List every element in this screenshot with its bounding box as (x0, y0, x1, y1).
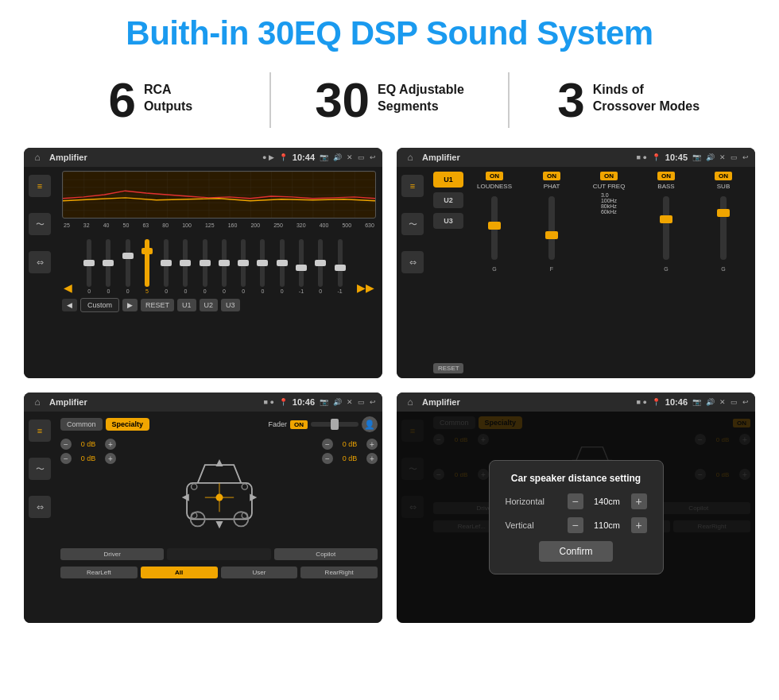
back-icon-4[interactable]: ↩ (742, 398, 749, 406)
stat-number-3: 3 (557, 75, 584, 125)
speaker-bottom-row: Driver Copilot (60, 548, 378, 560)
db-minus-1[interactable]: − (60, 439, 72, 450)
screens-grid: ⌂ Amplifier ● ▶ 📍 10:44 📷 🔊 ✕ ▭ ↩ ≡ 〜 ⇔ (0, 144, 779, 631)
back-icon-1[interactable]: ↩ (370, 153, 376, 161)
rear-left-btn[interactable]: RearLeft (60, 567, 138, 578)
channel-bass: ON BASS G (639, 172, 693, 373)
eq-side-controls: ≡ 〜 ⇔ (24, 167, 56, 378)
bass-slider[interactable] (663, 196, 669, 260)
preset-u2[interactable]: U2 (433, 192, 463, 208)
eq-reset-btn[interactable]: RESET (141, 299, 174, 311)
eq-side-btn-3[interactable]: ⇔ (29, 251, 51, 273)
freq-630: 630 (365, 222, 374, 228)
speaker-side-btn-1[interactable]: ≡ (29, 420, 51, 442)
eq-u3-btn[interactable]: U3 (221, 299, 240, 311)
db-minus-2[interactable]: − (60, 453, 72, 464)
eq-side-btn-1[interactable]: ≡ (29, 175, 51, 197)
eq-slider-8[interactable]: 0 (222, 239, 227, 294)
car-diagram (122, 439, 316, 542)
db-plus-2[interactable]: + (105, 453, 116, 464)
location-icon-2: 📍 (652, 153, 661, 161)
eq-slider-13[interactable]: 0 (318, 239, 323, 294)
back-icon-2[interactable]: ↩ (742, 153, 749, 161)
status-title-1: Amplifier (49, 153, 258, 162)
db-minus-4[interactable]: − (322, 453, 333, 464)
volume-icon-2: 🔊 (706, 153, 715, 161)
phat-on: ON (543, 172, 560, 180)
prev-icon[interactable]: ◀ (64, 281, 72, 294)
eq-slider-6[interactable]: 0 (183, 239, 188, 294)
eq-slider-1[interactable]: 0 (87, 239, 91, 294)
horizontal-minus[interactable]: − (568, 493, 583, 509)
svg-marker-13 (181, 494, 188, 501)
freq-25: 25 (64, 222, 70, 228)
eq-prev-btn[interactable]: ◀ (62, 299, 77, 311)
home-icon-3[interactable]: ⌂ (30, 395, 45, 409)
home-icon-1[interactable]: ⌂ (30, 150, 45, 164)
phat-slider[interactable] (548, 196, 555, 260)
db-minus-3[interactable]: − (322, 439, 333, 450)
db-plus-4[interactable]: + (366, 453, 378, 464)
back-icon-3[interactable]: ↩ (370, 398, 376, 406)
speaker-side-btn-3[interactable]: ⇔ (29, 496, 51, 518)
horizontal-plus[interactable]: + (631, 493, 647, 509)
eq-slider-14[interactable]: -1 (338, 239, 343, 294)
home-icon-2[interactable]: ⌂ (403, 150, 417, 164)
screen-speaker: ⌂ Amplifier ■ ● 📍 10:46 📷 🔊 ✕ ▭ ↩ ≡ 〜 ⇔ … (24, 393, 382, 623)
eq-slider-7[interactable]: 0 (203, 239, 207, 294)
db-ctrl-4: − 0 dB + (322, 453, 378, 464)
cross-side-btn-1[interactable]: ≡ (401, 175, 424, 197)
battery-icon-1: ▭ (358, 153, 365, 161)
status-bar-3: ⌂ Amplifier ■ ● 📍 10:46 📷 🔊 ✕ ▭ ↩ (24, 393, 382, 412)
db-plus-3[interactable]: + (366, 439, 378, 450)
home-icon-4[interactable]: ⌂ (403, 395, 417, 409)
vertical-minus[interactable]: − (568, 517, 583, 533)
specialty-tab[interactable]: Specialty (106, 418, 150, 431)
loudness-slider[interactable] (491, 196, 498, 260)
channel-phat: ON PHAT F (525, 172, 579, 373)
fader-slider[interactable] (311, 422, 358, 427)
user-btn[interactable]: User (221, 567, 298, 578)
eq-bottom-controls: ◀ Custom ▶ RESET U1 U2 U3 (62, 298, 376, 312)
cross-presets: U1 U2 U3 RESET (433, 172, 463, 373)
bass-value: G (664, 266, 668, 272)
eq-slider-9[interactable]: 0 (241, 239, 246, 294)
db-ctrl-3: − 0 dB + (322, 439, 378, 450)
confirm-button[interactable]: Confirm (539, 541, 612, 562)
vertical-plus[interactable]: + (631, 517, 647, 533)
eq-slider-5[interactable]: 0 (164, 239, 169, 294)
eq-slider-2[interactable]: 0 (106, 239, 110, 294)
eq-u1-btn[interactable]: U1 (177, 299, 196, 311)
cross-side-btn-2[interactable]: 〜 (401, 213, 424, 235)
stat-line2-rca: Outputs (144, 99, 192, 115)
driver-btn[interactable]: Driver (60, 548, 164, 560)
speaker-side-btn-2[interactable]: 〜 (29, 458, 51, 480)
all-btn[interactable]: All (141, 567, 218, 578)
channel-loudness: ON LOUDNESS G (467, 172, 521, 373)
rear-right-btn[interactable]: RearRight (300, 567, 378, 578)
speaker-content: ≡ 〜 ⇔ Common Specialty Fader ON 👤 (24, 412, 382, 623)
preset-u3[interactable]: U3 (433, 213, 463, 229)
horizontal-label: Horizontal (506, 497, 561, 506)
cross-reset-btn[interactable]: RESET (433, 363, 463, 373)
status-dot-4: ■ ● (636, 398, 646, 406)
eq-slider-3[interactable]: 0 (126, 239, 130, 294)
eq-freq-labels: 25 32 40 50 63 80 100 125 160 200 250 32… (62, 222, 376, 228)
horizontal-value: 140cm (590, 497, 625, 506)
eq-play-btn[interactable]: ▶ (122, 299, 138, 311)
sub-slider[interactable] (720, 196, 727, 260)
next-icon[interactable]: ▶▶ (357, 281, 374, 294)
cross-side-btn-3[interactable]: ⇔ (401, 251, 424, 273)
db-plus-1[interactable]: + (105, 439, 116, 450)
svg-marker-11 (215, 459, 223, 466)
eq-side-btn-2[interactable]: 〜 (29, 213, 51, 235)
copilot-btn[interactable]: Copilot (274, 548, 378, 560)
preset-u1[interactable]: U1 (433, 172, 463, 188)
speaker-left-controls: − 0 dB + − 0 dB + (60, 439, 116, 542)
eq-slider-12[interactable]: -1 (299, 239, 304, 294)
eq-slider-10[interactable]: 0 (260, 239, 265, 294)
eq-u2-btn[interactable]: U2 (200, 299, 219, 311)
eq-slider-11[interactable]: 0 (280, 239, 285, 294)
eq-slider-4[interactable]: 5 (145, 239, 149, 294)
common-tab[interactable]: Common (60, 418, 103, 431)
